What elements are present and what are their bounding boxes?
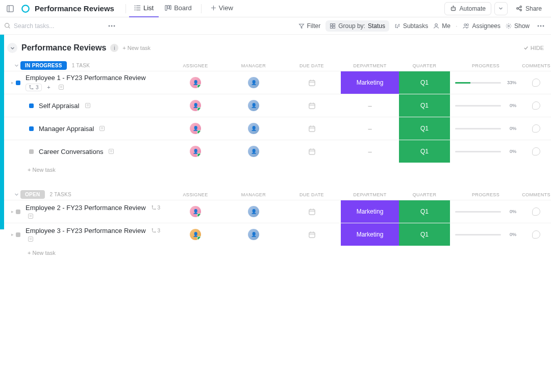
comments-cell[interactable] [521,223,551,246]
manager-cell[interactable]: 👤 [224,140,283,163]
status-square[interactable] [29,126,34,131]
space-logo[interactable] [19,3,32,15]
department-cell[interactable]: Marketing [341,71,399,94]
search-input[interactable] [14,22,75,30]
quarter-cell[interactable]: Q1 [399,71,450,94]
expand-toggle[interactable]: ▸ [11,80,14,85]
status-square[interactable] [16,210,20,214]
due-date-cell[interactable] [283,200,341,223]
new-task-link[interactable]: + New task [0,246,551,263]
share-button[interactable]: Share [511,2,547,15]
due-date-cell[interactable] [283,71,341,94]
comments-cell[interactable] [521,140,551,163]
avatar[interactable]: 👤 [248,123,259,134]
avatar[interactable]: 👤 [190,123,201,134]
assignee-cell[interactable]: 👤 [166,140,224,163]
group-collapse-toggle[interactable] [12,192,20,197]
quarter-cell[interactable]: Q1 [399,94,450,117]
department-cell[interactable]: – [341,117,399,140]
comment-icon[interactable] [532,101,540,110]
department-cell[interactable]: Marketing [341,200,399,223]
note-icon[interactable] [99,125,105,132]
avatar[interactable]: 👤 [248,146,259,157]
task-name[interactable]: Career Conversations [36,148,103,155]
avatar[interactable]: 👤 [190,77,201,88]
col-manager[interactable]: MANAGER [224,63,283,68]
avatar[interactable]: 👤 [248,206,259,217]
avatar[interactable]: 👤 [190,100,201,111]
group-by-button[interactable]: Group by: Status [325,20,389,32]
due-date-cell[interactable] [283,94,341,117]
quarter-cell[interactable]: Q1 [399,117,450,140]
filter-button[interactable]: Filter [298,22,321,30]
due-date-cell[interactable] [283,223,341,246]
subtasks-button[interactable]: Subtasks [394,22,428,30]
expand-toggle[interactable]: ▸ [11,232,14,237]
comment-icon[interactable] [532,79,540,87]
task-name[interactable]: Employee 3 - FY23 Performance Review [22,227,146,234]
task-name[interactable]: Manager Appraisal [36,125,94,133]
section-new-task[interactable]: + New task [122,45,151,51]
comments-cell[interactable] [521,117,551,140]
section-title[interactable]: Performance Reviews [21,43,106,53]
comments-cell[interactable] [521,71,551,94]
due-date-cell[interactable] [283,117,341,140]
progress-cell[interactable]: 33% [450,71,521,94]
assignees-button[interactable]: Assignees [463,22,500,30]
assignee-cell[interactable]: 👤 [166,94,224,117]
avatar[interactable]: 👤 [190,229,201,240]
due-date-cell[interactable] [283,140,341,163]
col-comments[interactable]: COMMENTS [521,192,551,197]
manager-cell[interactable]: 👤 [224,200,283,223]
note-icon[interactable] [28,236,34,242]
expand-toggle[interactable]: ▸ [11,209,14,214]
status-square[interactable] [16,81,20,85]
col-comments[interactable]: COMMENTS [521,63,551,68]
col-department[interactable]: DEPARTMENT [341,63,399,68]
automate-button[interactable]: Automate [444,2,491,15]
col-quarter[interactable]: QUARTER [399,192,450,197]
progress-cell[interactable]: 0% [450,94,521,117]
avatar[interactable]: 👤 [248,100,259,111]
me-button[interactable]: Me [433,22,450,30]
col-assignee[interactable]: ASSIGNEE [166,63,224,68]
quarter-cell[interactable]: Q1 [399,223,450,246]
manager-cell[interactable]: 👤 [224,117,283,140]
department-cell[interactable]: Marketing [341,223,399,246]
status-square[interactable] [29,103,34,108]
department-cell[interactable]: – [341,94,399,117]
subtask-count-chip[interactable]: 3 [26,84,42,91]
show-button[interactable]: Show [506,22,530,30]
avatar[interactable]: 👤 [190,146,201,157]
assignee-cell[interactable]: 👤 [166,117,224,140]
section-collapse-toggle[interactable] [7,43,17,53]
comment-icon[interactable] [532,147,540,155]
assignee-cell[interactable]: 👤 [166,223,224,246]
col-assignee[interactable]: ASSIGNEE [166,192,224,197]
info-icon[interactable]: i [110,44,118,52]
task-name[interactable]: Self Appraisal [36,102,80,110]
status-square[interactable] [29,149,34,154]
avatar[interactable]: 👤 [248,77,259,88]
new-task-link[interactable]: + New task [0,163,551,180]
progress-cell[interactable]: 0% [450,140,521,163]
manager-cell[interactable]: 👤 [224,94,283,117]
department-cell[interactable]: – [341,140,399,163]
manager-cell[interactable]: 👤 [224,71,283,94]
search-more-icon[interactable] [106,20,118,32]
progress-cell[interactable]: 0% [450,200,521,223]
comment-icon[interactable] [532,124,540,133]
tab-board[interactable]: Board [160,0,197,17]
note-icon[interactable] [58,84,64,90]
group-collapse-toggle[interactable] [12,63,20,68]
quarter-cell[interactable]: Q1 [399,140,450,163]
note-icon[interactable] [108,148,114,154]
status-pill[interactable]: OPEN [20,190,45,199]
col-quarter[interactable]: QUARTER [399,63,450,68]
hide-button[interactable]: HIDE [523,45,544,51]
comment-icon[interactable] [532,207,540,216]
comment-icon[interactable] [532,230,540,239]
note-icon[interactable] [28,213,34,219]
tab-add-view[interactable]: View [206,0,238,17]
add-subtask-button[interactable]: + [45,83,53,91]
